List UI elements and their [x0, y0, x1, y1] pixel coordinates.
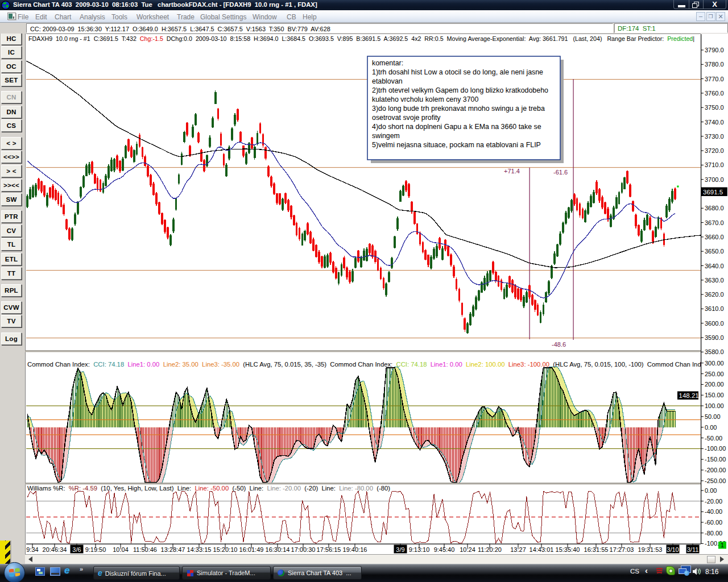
svg-text:3640.0: 3640.0 — [705, 263, 724, 269]
svg-text:17:27:03: 17:27:03 — [610, 546, 634, 553]
svg-text:3650.0: 3650.0 — [705, 248, 724, 255]
svg-text:17:56:15: 17:56:15 — [317, 546, 341, 553]
svg-text:2)trh otevrel velkym Gapem do: 2)trh otevrel velkym Gapem do long blizk… — [372, 86, 548, 94]
svg-text:FDAXH9 10.0 rng - #1 C:3691.: FDAXH9 10.0 rng - #1 C:3691.5 T:432 Chg:… — [28, 35, 694, 42]
svg-text:-60.00: -60.00 — [705, 519, 722, 526]
svg-text:3580.0: 3580.0 — [705, 348, 724, 355]
svg-text:16:31:55: 16:31:55 — [584, 546, 609, 553]
svg-text:14:33:15: 14:33:15 — [187, 546, 212, 553]
svg-text:komentar:: komentar: — [372, 59, 403, 67]
svg-text:250.00: 250.00 — [705, 371, 724, 377]
svg-text:-250.00: -250.00 — [705, 477, 726, 484]
svg-text:-20.00: -20.00 — [705, 498, 722, 505]
svg-text:4)do short na doplneni Gapu a: 4)do short na doplneni Gapu a k EMa na 3… — [372, 123, 541, 131]
svg-text:Williams %R: %R: -4.59 (10,: Williams %R: %R: -4.59 (10, Yes, High, L… — [27, 485, 390, 492]
svg-text:3691.5: 3691.5 — [703, 189, 723, 196]
svg-text:9:13:10: 9:13:10 — [409, 546, 430, 553]
svg-text:3730.0: 3730.0 — [705, 133, 724, 140]
svg-text:3770.0: 3770.0 — [705, 76, 724, 82]
svg-text:10:04: 10:04 — [113, 546, 129, 553]
svg-text:kulateho vrcholu kolem ceny 37: kulateho vrcholu kolem ceny 3700 — [372, 95, 478, 103]
svg-text:3/10: 3/10 — [667, 546, 679, 553]
svg-text:3620.0: 3620.0 — [705, 291, 724, 298]
svg-text:3)do long bude trh prekonavat: 3)do long bude trh prekonavat mnoho swin… — [372, 105, 545, 113]
svg-text:9:19:50: 9:19:50 — [85, 546, 106, 553]
svg-text:9:34: 9:34 — [26, 546, 38, 553]
svg-text:3700.0: 3700.0 — [705, 176, 724, 183]
svg-text:16:30:14: 16:30:14 — [266, 546, 290, 553]
svg-text:15:20:10: 15:20:10 — [213, 546, 238, 553]
svg-text:3680.0: 3680.0 — [705, 205, 724, 211]
svg-text:3610.0: 3610.0 — [705, 305, 724, 312]
svg-text:1)trh dosahl hist Low a otocil: 1)trh dosahl hist Low a otocil se do lon… — [372, 68, 543, 76]
svg-text:-200.00: -200.00 — [705, 467, 726, 473]
svg-text:3630.0: 3630.0 — [705, 277, 724, 284]
svg-text:3720.0: 3720.0 — [705, 147, 724, 154]
svg-text:3670.0: 3670.0 — [705, 219, 724, 226]
svg-text:-100.00: -100.00 — [705, 445, 726, 452]
svg-text:3590.0: 3590.0 — [705, 334, 724, 341]
svg-text:5)velmi nejasna situace, pocka: 5)velmi nejasna situace, pockam na etabl… — [372, 141, 541, 149]
svg-text:10:24: 10:24 — [460, 546, 475, 553]
svg-text:-48.6: -48.6 — [552, 341, 566, 348]
svg-text:3710.0: 3710.0 — [705, 161, 724, 168]
svg-text:osetrovat svoje profity: osetrovat svoje profity — [372, 114, 441, 122]
svg-text:swingem: swingem — [372, 132, 400, 140]
svg-text:14:43:01: 14:43:01 — [530, 546, 554, 553]
svg-text:150.00: 150.00 — [705, 392, 724, 398]
svg-text:0.00: 0.00 — [705, 424, 717, 431]
svg-text:+71.4: +71.4 — [504, 168, 520, 174]
svg-text:1: 1 — [721, 542, 724, 548]
svg-text:3760.0: 3760.0 — [705, 90, 724, 97]
svg-text:50.00: 50.00 — [705, 413, 721, 420]
svg-text:3600.0: 3600.0 — [705, 320, 724, 327]
svg-text:16:01:49: 16:01:49 — [239, 546, 264, 553]
svg-text:3740.0: 3740.0 — [705, 119, 724, 126]
svg-text:-150.00: -150.00 — [705, 456, 726, 463]
svg-text:3/11: 3/11 — [687, 546, 699, 553]
svg-text:-80.00: -80.00 — [705, 530, 722, 537]
svg-text:300.00: 300.00 — [705, 360, 724, 367]
svg-text:11:50:46: 11:50:46 — [133, 546, 157, 553]
svg-text:11:20:20: 11:20:20 — [478, 546, 502, 553]
svg-text:etablovan: etablovan — [372, 77, 403, 85]
svg-text:3790.0: 3790.0 — [705, 47, 724, 53]
svg-text:13:28:47: 13:28:47 — [161, 546, 185, 553]
svg-text:200.00: 200.00 — [705, 381, 724, 388]
svg-text:3780.0: 3780.0 — [705, 61, 724, 68]
svg-text:148.21: 148.21 — [679, 392, 699, 399]
svg-text:-50.00: -50.00 — [705, 435, 722, 442]
svg-text:100.00: 100.00 — [705, 402, 724, 409]
svg-text:0.00: 0.00 — [705, 487, 717, 494]
svg-text:20:46:34: 20:46:34 — [43, 546, 67, 553]
svg-text:9:45:40: 9:45:40 — [434, 546, 455, 553]
svg-text:3/6: 3/6 — [72, 546, 81, 553]
svg-text:3/9: 3/9 — [396, 546, 404, 553]
svg-text:3660.0: 3660.0 — [705, 234, 724, 240]
svg-text:-40.00: -40.00 — [705, 508, 722, 515]
svg-text:17:00:30: 17:00:30 — [291, 546, 316, 553]
svg-text:19:40:16: 19:40:16 — [343, 546, 367, 553]
svg-text:-61.6: -61.6 — [553, 169, 568, 176]
svg-text:3750.0: 3750.0 — [705, 104, 724, 111]
svg-text:19:31:53: 19:31:53 — [638, 546, 663, 553]
svg-text:15:35:40: 15:35:40 — [556, 546, 580, 553]
svg-text:13:27: 13:27 — [510, 546, 526, 553]
svg-text:Commod Chan Index: CCI: 74.18: Commod Chan Index: CCI: 74.18 Line1: 0.0… — [27, 361, 728, 368]
